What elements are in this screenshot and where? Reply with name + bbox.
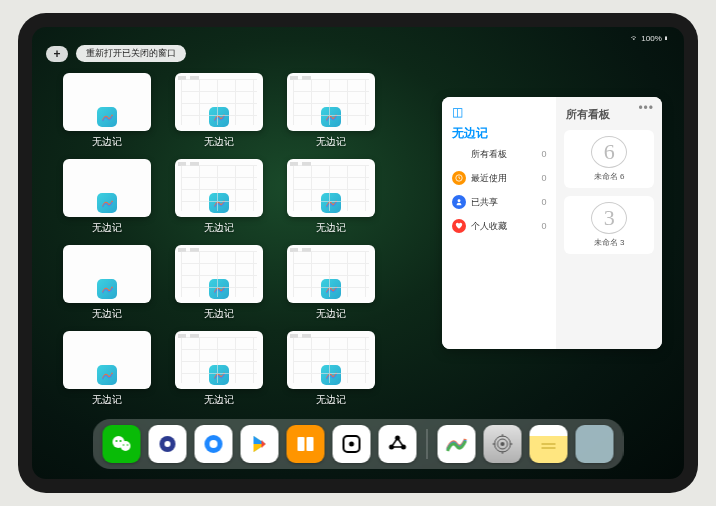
window-thumbnail[interactable]: 无边记 — [286, 331, 376, 407]
sidebar-item-count: 0 — [541, 197, 546, 207]
window-label: 无边记 — [316, 307, 346, 321]
sidebar-toggle-icon[interactable]: ◫ — [452, 105, 463, 119]
freeform-icon — [97, 365, 117, 385]
window-label: 无边记 — [204, 135, 234, 149]
dock-app-wechat[interactable] — [103, 425, 141, 463]
window-thumbnail[interactable]: 无边记 — [174, 159, 264, 235]
window-thumbnail[interactable]: 无边记 — [286, 245, 376, 321]
dock-app-dice[interactable] — [333, 425, 371, 463]
sidebar-item-label: 已共享 — [471, 196, 498, 209]
freeform-icon — [209, 193, 229, 213]
freeform-sidebar-panel[interactable]: ••• ◫ 无边记 所有看板 0 最近使用 0 已共享 — [442, 97, 662, 349]
svg-rect-1 — [460, 151, 462, 153]
svg-point-5 — [458, 199, 461, 202]
window-label: 无边记 — [92, 307, 122, 321]
svg-point-10 — [123, 444, 125, 446]
svg-rect-16 — [298, 437, 305, 451]
freeform-icon — [321, 193, 341, 213]
freeform-icon — [321, 107, 341, 127]
sidebar-item-favorites[interactable]: 个人收藏 0 — [452, 214, 546, 238]
new-window-button[interactable]: + — [46, 46, 68, 62]
panel-content: 所有看板 6 未命名 6 3 未命名 3 — [556, 97, 662, 349]
svg-rect-0 — [456, 151, 458, 153]
freeform-icon — [209, 365, 229, 385]
window-thumbnail[interactable]: 无边记 — [174, 245, 264, 321]
sidebar-item-count: 0 — [541, 173, 546, 183]
grid-icon — [452, 147, 466, 161]
svg-point-9 — [120, 440, 122, 442]
sidebar-item-label: 个人收藏 — [471, 220, 507, 233]
window-label: 无边记 — [92, 135, 122, 149]
board-card[interactable]: 3 未命名 3 — [564, 196, 654, 254]
svg-rect-2 — [456, 155, 458, 157]
window-thumbnail[interactable]: 无边记 — [174, 73, 264, 149]
status-bar: ᯤ 100% ▮ — [32, 31, 684, 45]
svg-point-19 — [349, 442, 354, 447]
window-label: 无边记 — [316, 393, 346, 407]
more-icon[interactable]: ••• — [638, 101, 654, 115]
freeform-icon — [97, 279, 117, 299]
svg-point-25 — [501, 442, 505, 446]
topbar: + 重新打开已关闭的窗口 — [46, 45, 186, 62]
window-thumbnail[interactable]: 无边记 — [62, 73, 152, 149]
dock-app-freeform[interactable] — [438, 425, 476, 463]
wifi-icon: ᯤ — [631, 34, 639, 43]
dock-app-play[interactable] — [241, 425, 279, 463]
sidebar-item-label: 最近使用 — [471, 172, 507, 185]
board-label: 未命名 3 — [594, 237, 625, 248]
window-label: 无边记 — [316, 135, 346, 149]
dock-app-books[interactable] — [287, 425, 325, 463]
freeform-icon — [97, 107, 117, 127]
dock-app-hex[interactable] — [379, 425, 417, 463]
freeform-icon — [321, 365, 341, 385]
window-label: 无边记 — [204, 221, 234, 235]
dock-app-library[interactable] — [576, 425, 614, 463]
dock-app-qqbrowser[interactable] — [195, 425, 233, 463]
dock-separator — [427, 429, 428, 459]
svg-point-8 — [116, 440, 118, 442]
screen: ᯤ 100% ▮ + 重新打开已关闭的窗口 无边记 无边记 无边记 无边记 无边… — [32, 27, 684, 479]
svg-point-15 — [210, 440, 218, 448]
window-label: 无边记 — [204, 307, 234, 321]
window-thumbnail[interactable]: 无边记 — [62, 245, 152, 321]
window-label: 无边记 — [204, 393, 234, 407]
window-label: 无边记 — [92, 221, 122, 235]
window-label: 无边记 — [316, 221, 346, 235]
dock-app-quark[interactable] — [149, 425, 187, 463]
sidebar-item-all-boards[interactable]: 所有看板 0 — [452, 142, 546, 166]
sidebar-item-label: 所有看板 — [471, 148, 507, 161]
panel-sidebar: ◫ 无边记 所有看板 0 最近使用 0 已共享 0 — [442, 97, 556, 349]
window-thumbnail[interactable]: 无边记 — [62, 331, 152, 407]
battery-label: 100% — [641, 34, 661, 43]
dock — [93, 419, 624, 469]
svg-point-11 — [127, 444, 129, 446]
window-thumbnail[interactable]: 无边记 — [174, 331, 264, 407]
board-thumbnail: 3 — [591, 202, 627, 234]
reopen-closed-window-button[interactable]: 重新打开已关闭的窗口 — [76, 45, 186, 62]
sidebar-item-count: 0 — [541, 221, 546, 231]
window-thumbnail[interactable]: 无边记 — [62, 159, 152, 235]
window-thumbnail[interactable]: 无边记 — [286, 73, 376, 149]
freeform-icon — [97, 193, 117, 213]
svg-point-13 — [165, 441, 171, 447]
window-label: 无边记 — [92, 393, 122, 407]
dock-app-settings[interactable] — [484, 425, 522, 463]
board-card[interactable]: 6 未命名 6 — [564, 130, 654, 188]
app-switcher-grid: 无边记 无边记 无边记 无边记 无边记 无边记 无边记 无边记 无边记 无边记 … — [62, 73, 412, 407]
heart-icon — [452, 219, 466, 233]
freeform-icon — [321, 279, 341, 299]
board-thumbnail: 6 — [591, 136, 627, 168]
sidebar-item-shared[interactable]: 已共享 0 — [452, 190, 546, 214]
sidebar-item-recent[interactable]: 最近使用 0 — [452, 166, 546, 190]
window-thumbnail[interactable]: 无边记 — [286, 159, 376, 235]
person-icon — [452, 195, 466, 209]
ipad-frame: ᯤ 100% ▮ + 重新打开已关闭的窗口 无边记 无边记 无边记 无边记 无边… — [18, 13, 698, 493]
svg-rect-3 — [460, 155, 462, 157]
dock-app-notes[interactable] — [530, 425, 568, 463]
clock-icon — [452, 171, 466, 185]
board-label: 未命名 6 — [594, 171, 625, 182]
svg-point-7 — [121, 441, 131, 451]
status-right: ᯤ 100% ▮ — [631, 34, 668, 43]
panel-title: 无边记 — [452, 125, 546, 142]
svg-rect-17 — [307, 437, 314, 451]
